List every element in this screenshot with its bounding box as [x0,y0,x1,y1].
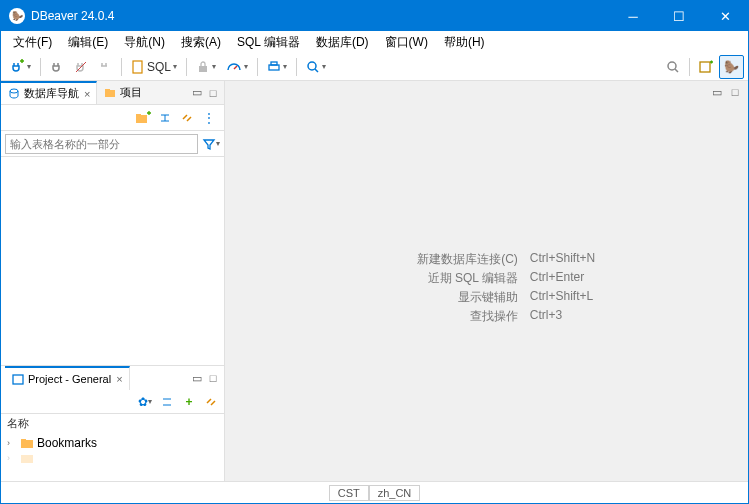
minimize-button[interactable]: ─ [610,1,656,31]
chevron-right-icon[interactable]: › [7,453,17,463]
svg-rect-6 [700,62,710,72]
new-connection-button[interactable]: ▾ [5,55,35,79]
close-button[interactable]: ✕ [702,1,748,31]
add-button[interactable]: + [180,393,198,411]
dropdown-icon: ▾ [244,62,248,71]
maximize-panel-icon[interactable]: □ [206,371,220,385]
plug-x-icon [98,60,112,74]
search-icon [306,60,320,74]
tx-button[interactable]: ▾ [222,55,252,79]
tab-database-navigator[interactable]: 数据库导航 × [1,81,97,104]
svg-rect-15 [21,455,33,463]
titlebar: 🦫 DBeaver 24.0.4 ─ ☐ ✕ [1,1,748,31]
window-plus-icon [699,60,713,74]
refresh-button[interactable] [156,109,174,127]
tree-item[interactable]: › [7,451,218,465]
left-sidebar: 数据库导航 × 项目 ▭ □ ⋮ ▾ [1,81,225,481]
tab-label: 项目 [120,85,142,100]
menu-file[interactable]: 文件(F) [5,32,60,53]
funnel-icon [202,137,216,151]
minimize-panel-icon[interactable]: ▭ [190,371,204,385]
shortcut-key: Ctrl+3 [530,308,562,325]
close-icon[interactable]: × [116,373,122,385]
collapse-button[interactable] [158,393,176,411]
main-area: 数据库导航 × 项目 ▭ □ ⋮ ▾ [1,81,748,481]
reconnect-button[interactable] [94,55,116,79]
tab-label: 数据库导航 [24,86,79,101]
shortcuts-hint: 新建数据库连接(C)Ctrl+Shift+N 近期 SQL 编辑器Ctrl+En… [378,251,595,327]
close-icon[interactable]: × [84,88,90,100]
db-tree-icon [7,87,21,101]
nav-tabs: 数据库导航 × 项目 ▭ □ [1,81,224,105]
disconnect-button[interactable] [70,55,92,79]
tab-label: Project - General [28,373,111,385]
link-icon [180,111,194,125]
plus-icon: + [185,395,192,409]
svg-point-5 [668,62,676,70]
nav-tree-body[interactable] [1,157,224,365]
svg-rect-12 [13,375,23,384]
menu-sql[interactable]: SQL 编辑器 [229,32,308,53]
commit-button[interactable]: ▾ [192,55,220,79]
minimize-panel-icon[interactable]: ▭ [710,85,724,99]
shortcut-label: 显示键辅助 [378,289,518,306]
shortcut-row: 查找操作Ctrl+3 [378,308,595,325]
status-locale[interactable]: zh_CN [369,485,421,501]
svg-rect-9 [105,89,110,91]
project-tree[interactable]: 名称 › Bookmarks › [1,414,224,481]
maximize-panel-icon[interactable]: □ [728,85,742,99]
menu-search[interactable]: 搜索(A) [173,32,229,53]
editor-area: ▭ □ 新建数据库连接(C)Ctrl+Shift+N 近期 SQL 编辑器Ctr… [225,81,748,481]
settings-button[interactable]: ✿▾ [136,393,154,411]
minimize-panel-icon[interactable]: ▭ [190,86,204,100]
shortcut-key: Ctrl+Enter [530,270,584,287]
menu-window[interactable]: 窗口(W) [377,32,436,53]
dbeaver-perspective-button[interactable]: 🦫 [719,55,744,79]
maximize-panel-icon[interactable]: □ [206,86,220,100]
svg-rect-14 [21,439,26,441]
filter-input[interactable] [5,134,198,154]
folder-plus-icon [135,111,151,125]
link-button[interactable] [202,393,220,411]
menu-button[interactable]: ⋮ [200,109,218,127]
svg-rect-0 [133,61,142,73]
tab-project-general[interactable]: Project - General × [5,366,130,390]
svg-rect-2 [269,65,279,70]
plug-plus-icon [9,59,25,75]
export-button[interactable]: ▾ [263,55,291,79]
tab-projects[interactable]: 项目 [97,81,148,104]
perspective-button[interactable] [695,55,717,79]
svg-point-7 [10,89,18,93]
sql-editor-button[interactable]: SQL ▾ [127,55,181,79]
status-timezone[interactable]: CST [329,485,369,501]
maximize-button[interactable]: ☐ [656,1,702,31]
menu-nav[interactable]: 导航(N) [116,32,173,53]
dropdown-icon: ▾ [148,397,152,406]
link-button[interactable] [178,109,196,127]
statusbar: CST zh_CN [1,481,748,503]
search-button[interactable]: ▾ [302,55,330,79]
filter-row: ▾ [1,131,224,157]
svg-rect-11 [136,114,141,116]
beaver-icon: 🦫 [724,60,739,74]
nav-panel-toolbar: ⋮ [1,105,224,131]
connect-button[interactable] [46,55,68,79]
chevron-right-icon[interactable]: › [7,438,17,448]
shortcut-row: 近期 SQL 编辑器Ctrl+Enter [378,270,595,287]
menu-edit[interactable]: 编辑(E) [60,32,116,53]
folder-tree-icon [103,86,117,100]
sql-label: SQL [147,60,171,74]
menubar: 文件(F) 编辑(E) 导航(N) 搜索(A) SQL 编辑器 数据库(D) 窗… [1,31,748,53]
new-folder-button[interactable] [134,109,152,127]
menu-help[interactable]: 帮助(H) [436,32,493,53]
folder-icon [20,437,34,449]
shortcut-key: Ctrl+Shift+L [530,289,593,306]
menu-db[interactable]: 数据库(D) [308,32,377,53]
tree-item-bookmarks[interactable]: › Bookmarks [7,435,218,451]
global-search-button[interactable] [662,55,684,79]
gear-icon: ✿ [138,395,148,409]
filter-button[interactable]: ▾ [202,135,220,153]
editor-controls: ▭ □ [225,81,748,103]
plug-off-icon [74,60,88,74]
shortcut-row: 显示键辅助Ctrl+Shift+L [378,289,595,306]
